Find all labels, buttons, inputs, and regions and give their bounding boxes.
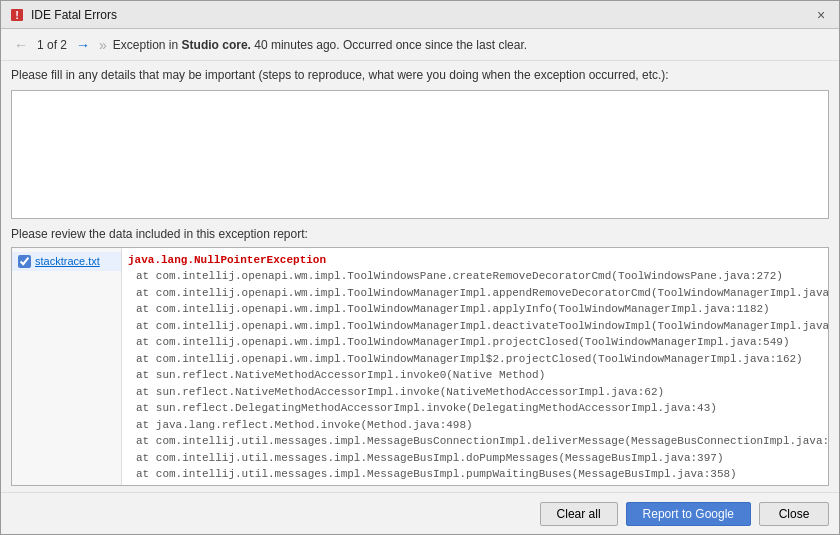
stack-line: at com.intellij.util.messages.impl.Messa… <box>128 433 822 450</box>
description-label: Please fill in any details that may be i… <box>11 67 829 84</box>
title-bar: ! IDE Fatal Errors × <box>1 1 839 29</box>
nav-bar: ← 1 of 2 → » Exception in Studio core. 4… <box>1 29 839 61</box>
report-to-google-button[interactable]: Report to Google <box>626 502 751 526</box>
stack-line: at com.intellij.openapi.wm.impl.ToolWind… <box>128 268 822 285</box>
window-close-button[interactable]: × <box>811 5 831 25</box>
nav-time: 40 minutes ago. <box>254 38 339 52</box>
nav-suffix: Occurred once since the last clear. <box>343 38 527 52</box>
content-area: Please fill in any details that may be i… <box>1 61 839 492</box>
stacktrace-checkbox[interactable] <box>18 255 31 268</box>
stack-line: java.lang.NullPointerException <box>128 252 822 269</box>
stacktrace-filename[interactable]: stacktrace.txt <box>35 255 100 267</box>
user-description-input[interactable] <box>11 90 829 219</box>
clear-all-button[interactable]: Clear all <box>540 502 618 526</box>
svg-text:!: ! <box>15 9 19 21</box>
stack-line: at java.lang.reflect.Method.invoke(Metho… <box>128 417 822 434</box>
stack-line: at com.intellij.openapi.wm.impl.ToolWind… <box>128 285 822 302</box>
title-bar-left: ! IDE Fatal Errors <box>9 7 117 23</box>
nav-forward-button[interactable]: → <box>73 36 93 54</box>
nav-message: Exception in Studio core. 40 minutes ago… <box>113 38 829 52</box>
nav-separator: » <box>99 37 107 53</box>
stacktrace-section: stacktrace.txt java.lang.NullPointerExce… <box>11 247 829 486</box>
nav-location: Studio core. <box>182 38 251 52</box>
stack-line: at com.intellij.openapi.wm.impl.ToolWind… <box>128 318 822 335</box>
stack-line: at sun.reflect.NativeMethodAccessorImpl.… <box>128 384 822 401</box>
stacktrace-content: java.lang.NullPointerException at com.in… <box>122 248 828 485</box>
ide-fatal-errors-dialog: ! IDE Fatal Errors × ← 1 of 2 → » Except… <box>0 0 840 535</box>
stack-line: at com.intellij.util.messages.impl.Messa… <box>128 466 822 483</box>
stack-line: at sun.reflect.NativeMethodAccessorImpl.… <box>128 367 822 384</box>
stack-line: at com.intellij.openapi.wm.impl.ToolWind… <box>128 334 822 351</box>
stack-line: at com.intellij.openapi.wm.impl.ToolWind… <box>128 351 822 368</box>
review-label: Please review the data included in this … <box>11 227 829 241</box>
footer: Clear all Report to Google Close <box>1 492 839 534</box>
dialog-title: IDE Fatal Errors <box>31 8 117 22</box>
stack-line: at com.intellij.util.messages.impl.Messa… <box>128 450 822 467</box>
error-icon: ! <box>9 7 25 23</box>
nav-counter: 1 of 2 <box>37 38 67 52</box>
close-button[interactable]: Close <box>759 502 829 526</box>
stacktrace-sidebar: stacktrace.txt <box>12 248 122 485</box>
stacktrace-file-item[interactable]: stacktrace.txt <box>12 252 121 271</box>
stack-line: at com.intellij.openapi.wm.impl.ToolWind… <box>128 301 822 318</box>
nav-back-button[interactable]: ← <box>11 36 31 54</box>
stack-line: at sun.reflect.DelegatingMethodAccessorI… <box>128 400 822 417</box>
